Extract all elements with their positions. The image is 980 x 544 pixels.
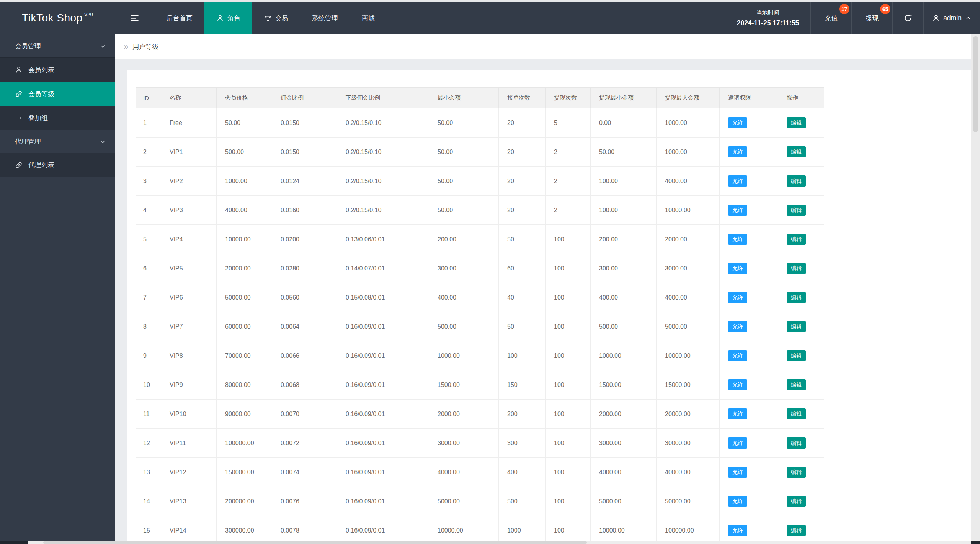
- edit-button[interactable]: 编辑: [787, 379, 806, 390]
- table-cell: 1000.00: [657, 138, 720, 167]
- sidebar-group-header[interactable]: 代理管理: [0, 130, 115, 153]
- table-cell: 15000.00: [657, 370, 720, 400]
- sidebar-group-header[interactable]: 会员管理: [0, 34, 115, 57]
- allow-button[interactable]: 允许: [728, 292, 747, 303]
- table-cell: VIP3: [161, 196, 217, 225]
- user-icon: [15, 66, 23, 74]
- table-row: 8VIP760000.000.00640.16/0.09/0.01500.005…: [136, 312, 824, 341]
- user-menu[interactable]: admin: [924, 2, 980, 34]
- edit-button[interactable]: 编辑: [787, 234, 806, 245]
- allow-button[interactable]: 允许: [728, 408, 747, 419]
- table-cell: 3000.00: [429, 429, 499, 458]
- edit-button[interactable]: 编辑: [787, 205, 806, 216]
- table-cell: 100: [546, 458, 591, 487]
- table-cell: 0.14/0.07/0.01: [337, 254, 429, 283]
- edit-button[interactable]: 编辑: [787, 175, 806, 187]
- table-cell: 50.00: [429, 167, 499, 196]
- table-cell: 10000.00: [591, 516, 657, 541]
- table-cell: 0.2/0.15/0.10: [337, 108, 429, 138]
- table-cell: 4000.00: [657, 167, 720, 196]
- allow-button[interactable]: 允许: [728, 175, 747, 187]
- edit-button[interactable]: 编辑: [787, 496, 806, 507]
- nav-item[interactable]: 后台首页: [155, 2, 204, 34]
- allow-button[interactable]: 允许: [728, 321, 747, 332]
- nav-item[interactable]: 角色: [204, 2, 252, 34]
- horizontal-scrollbar-thumb[interactable]: [43, 541, 587, 544]
- allow-button[interactable]: 允许: [728, 467, 747, 478]
- table-cell: 0.2/0.15/0.10: [337, 138, 429, 167]
- sidebar-item[interactable]: 会员等级: [0, 82, 115, 106]
- table-cell: 0.16/0.09/0.01: [337, 312, 429, 341]
- column-header: 接单次数: [499, 88, 546, 108]
- allow-button[interactable]: 允许: [728, 525, 747, 536]
- sidebar-item[interactable]: 代理列表: [0, 153, 115, 177]
- edit-button[interactable]: 编辑: [787, 146, 806, 157]
- allow-button[interactable]: 允许: [728, 234, 747, 245]
- nav-item[interactable]: 商城: [350, 2, 387, 34]
- table-cell: 4000.00: [591, 458, 657, 487]
- table-cell: 20: [499, 167, 546, 196]
- edit-button[interactable]: 编辑: [787, 350, 806, 361]
- sidebar-group-label: 代理管理: [15, 137, 41, 146]
- table-cell: 0.0070: [272, 400, 337, 429]
- table-cell: 30000.00: [657, 429, 720, 458]
- local-time-label: 当地时间: [756, 9, 779, 16]
- sidebar-item[interactable]: 会员列表: [0, 57, 115, 82]
- table-cell: 3000.00: [591, 429, 657, 458]
- table-cell: 0.0074: [272, 458, 337, 487]
- refresh-button[interactable]: [893, 2, 923, 34]
- sidebar-item-label: 代理列表: [28, 161, 54, 169]
- horizontal-scrollbar-track[interactable]: [28, 541, 971, 544]
- edit-button[interactable]: 编辑: [787, 117, 806, 128]
- nav-item[interactable]: 系统管理: [300, 2, 350, 34]
- sidebar-item[interactable]: 叠加组: [0, 106, 115, 130]
- edit-button[interactable]: 编辑: [787, 292, 806, 303]
- user-icon: [216, 14, 224, 22]
- sidebar-item-label: 会员等级: [28, 90, 54, 98]
- table-cell: 0.0560: [272, 283, 337, 312]
- table-cell: 300.00: [429, 254, 499, 283]
- menu-toggle-icon[interactable]: [123, 2, 145, 34]
- edit-button[interactable]: 编辑: [787, 321, 806, 332]
- vertical-scrollbar-thumb[interactable]: [973, 36, 978, 132]
- local-time-value: 2024-11-25 17:11:55: [737, 19, 799, 27]
- action-cell: 编辑: [778, 516, 824, 541]
- table-cell: 100000.00: [657, 516, 720, 541]
- table-cell: 500.00: [217, 138, 272, 167]
- table-cell: 13: [136, 458, 161, 487]
- horizontal-scrollbar[interactable]: [0, 541, 980, 544]
- table-cell: 1000.00: [217, 167, 272, 196]
- edit-button[interactable]: 编辑: [787, 467, 806, 478]
- vertical-scrollbar[interactable]: [971, 34, 980, 541]
- table-cell: VIP9: [161, 370, 217, 400]
- allow-button[interactable]: 允许: [728, 496, 747, 507]
- table-cell: 50.00: [591, 138, 657, 167]
- allow-button[interactable]: 允许: [728, 350, 747, 361]
- edit-button[interactable]: 编辑: [787, 437, 806, 449]
- action-cell: 编辑: [778, 487, 824, 516]
- edit-button[interactable]: 编辑: [787, 263, 806, 274]
- allow-button[interactable]: 允许: [728, 437, 747, 449]
- invite-permission-cell: 允许: [720, 516, 778, 541]
- edit-button[interactable]: 编辑: [787, 408, 806, 419]
- allow-button[interactable]: 允许: [728, 379, 747, 390]
- table-cell: VIP14: [161, 516, 217, 541]
- allow-button[interactable]: 允许: [728, 146, 747, 157]
- allow-button[interactable]: 允许: [728, 117, 747, 128]
- nav-item[interactable]: 交易: [252, 2, 300, 34]
- table-cell: 0.16/0.09/0.01: [337, 516, 429, 541]
- table-row: 1Free50.000.01500.2/0.15/0.1050.002050.0…: [136, 108, 824, 138]
- table-cell: 1500.00: [429, 370, 499, 400]
- allow-button[interactable]: 允许: [728, 263, 747, 274]
- table-cell: 100.00: [591, 167, 657, 196]
- table-cell: 0.16/0.09/0.01: [337, 429, 429, 458]
- edit-button[interactable]: 编辑: [787, 525, 806, 536]
- table-cell: 100: [546, 370, 591, 400]
- table-cell: 10000.00: [657, 341, 720, 370]
- allow-button[interactable]: 允许: [728, 205, 747, 216]
- action-cell: 编辑: [778, 370, 824, 400]
- recharge-button[interactable]: 充值 17: [811, 2, 851, 34]
- withdraw-button[interactable]: 提现 65: [852, 2, 892, 34]
- table-cell: 400.00: [429, 283, 499, 312]
- table-cell: 0.16/0.09/0.01: [337, 370, 429, 400]
